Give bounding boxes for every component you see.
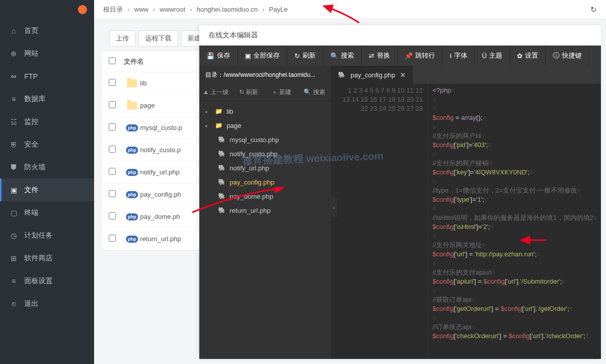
row-checkbox[interactable] <box>109 190 116 197</box>
editor-tb-7[interactable]: Ü主题 <box>475 46 510 66</box>
code-panel: ‹ 🐘 pay_config.php ✕ 1 2 3 4 5 6 7 8 9 1… <box>331 66 601 359</box>
tree-item[interactable]: 🐘notify_url.php <box>199 161 331 175</box>
sidebar-icon: ☳ <box>9 118 18 126</box>
sidebar-label: 防火墙 <box>24 163 46 172</box>
toolbar-icon: Ü <box>482 52 487 60</box>
sidebar-item-5[interactable]: ⛨安全 <box>0 133 94 156</box>
editor-tb-3[interactable]: 🔍搜索 <box>323 46 362 66</box>
toolbar-icon: ✿ <box>517 52 523 60</box>
tree-item[interactable]: 🐘mysql_custo.php <box>199 132 331 147</box>
refresh-icon[interactable]: ↻ <box>590 5 597 14</box>
sidebar-icon: ⌂ <box>9 27 18 35</box>
sidebar-item-12[interactable]: ⎋退出 <box>0 292 94 315</box>
tree-create-button[interactable]: ＋ 新建 <box>265 88 298 97</box>
toolbar-label: 替换 <box>377 51 390 60</box>
sidebar-icon: ⎋ <box>9 300 18 308</box>
file-name: pay_dome.ph <box>140 213 180 220</box>
tree-item[interactable]: 🐘pay_config.php <box>199 175 331 189</box>
tree-item[interactable]: ▸📁lib <box>199 104 331 118</box>
toolbar-icon: I <box>450 52 452 60</box>
editor-modal: 在线文本编辑器 💾保存▣全部保存↻刷新🔍搜索⇄替换📌跳转行I字体Ü主题✿设置ⓘ快… <box>199 25 601 359</box>
breadcrumb-item[interactable]: PayLe <box>269 6 288 13</box>
tree-item-name: mysql_custo.php <box>230 136 279 144</box>
breadcrumb-item[interactable]: www <box>134 6 148 13</box>
tree-item[interactable]: ▸📁page <box>199 118 331 132</box>
sidebar-item-2[interactable]: ⇔FTP <box>0 65 94 87</box>
php-icon: 🐘 <box>218 164 226 171</box>
sidebar-item-10[interactable]: ⊞软件商店 <box>0 247 94 269</box>
toolbar-icon: 💾 <box>206 52 214 60</box>
tab-filename: pay_config.php <box>351 71 395 79</box>
editor-tabbar: 🐘 pay_config.php ✕ <box>331 66 601 84</box>
php-icon: 🐘 <box>218 150 226 157</box>
editor-tb-0[interactable]: 💾保存 <box>199 46 238 66</box>
col-filename[interactable]: 文件名 <box>124 57 144 66</box>
collapse-tree-button[interactable]: ‹ <box>330 197 337 217</box>
row-checkbox[interactable] <box>109 123 116 130</box>
toolbar-icon: 🔍 <box>330 52 338 60</box>
tree-item-name: return_url.php <box>230 207 271 214</box>
toolbar-icon: ↻ <box>294 52 300 60</box>
file-name: notify_url.php <box>140 168 180 176</box>
editor-tb-8[interactable]: ✿设置 <box>510 46 546 66</box>
php-icon: php <box>126 124 139 131</box>
breadcrumb-item[interactable]: wwwroot <box>160 6 186 13</box>
editor-tab[interactable]: 🐘 pay_config.php ✕ <box>331 66 413 84</box>
close-icon[interactable]: ✕ <box>400 71 406 79</box>
sidebar-item-1[interactable]: ⊕网站 <box>0 42 94 65</box>
tree-refresh-button[interactable]: ↻ 刷新 <box>232 88 265 97</box>
sidebar-label: 数据库 <box>24 95 46 104</box>
tree-search-button[interactable]: 🔍 搜索 <box>298 88 331 97</box>
tree-ops: ▲ 上一级 ↻ 刷新 ＋ 新建 🔍 搜索 <box>199 84 331 101</box>
tree-item[interactable]: 🐘pay_dome.php <box>199 189 331 203</box>
code-editor[interactable]: 1 2 3 4 5 6 7 8 9 10 11 12 13 14 15 16 1… <box>331 84 601 359</box>
sidebar-item-0[interactable]: ⌂首页 <box>0 19 94 42</box>
tree-path: 目录：/www/wwwroot/honghei.taomidu... <box>199 66 331 84</box>
tree-item[interactable]: 🐘return_url.php <box>199 203 331 217</box>
tree-item-name: pay_config.php <box>230 178 274 186</box>
editor-tb-4[interactable]: ⇄替换 <box>362 46 398 66</box>
php-icon: php <box>126 191 139 198</box>
sidebar-item-9[interactable]: ◷计划任务 <box>0 224 94 247</box>
breadcrumb-bar: 根目录›www›wwwroot›honghei.taomiduo.cn›PayL… <box>94 0 606 19</box>
select-all-checkbox[interactable] <box>109 57 116 64</box>
row-checkbox[interactable] <box>109 101 116 108</box>
row-checkbox[interactable] <box>109 79 116 86</box>
row-checkbox[interactable] <box>109 235 116 242</box>
file-tree-panel: 目录：/www/wwwroot/honghei.taomidu... ▲ 上一级… <box>199 66 331 359</box>
toolbar-label: 保存 <box>217 51 230 60</box>
php-icon: 🐘 <box>218 178 226 186</box>
sidebar-icon: ⇔ <box>9 72 18 80</box>
toolbar-icon: ⇄ <box>369 52 374 60</box>
row-checkbox[interactable] <box>109 168 116 175</box>
file-name: lib <box>140 79 147 87</box>
breadcrumb-item[interactable]: honghei.taomiduo.cn <box>197 6 258 13</box>
tree-item-name: page <box>227 122 241 129</box>
upload-button[interactable]: 上传 <box>109 30 136 47</box>
remote-download-button[interactable]: 远程下载 <box>139 30 178 47</box>
sidebar-item-4[interactable]: ☳监控 <box>0 110 94 133</box>
editor-tb-1[interactable]: ▣全部保存 <box>238 46 287 66</box>
sidebar-item-3[interactable]: ≡数据库 <box>0 87 94 110</box>
editor-tb-9[interactable]: ⓘ快捷键 <box>546 46 589 66</box>
sidebar-item-11[interactable]: ≡面板设置 <box>0 269 94 292</box>
breadcrumb: 根目录›www›wwwroot›honghei.taomiduo.cn›PayL… <box>103 5 288 14</box>
row-checkbox[interactable] <box>109 146 116 153</box>
row-checkbox[interactable] <box>109 212 116 219</box>
sidebar-icon: ▣ <box>9 186 18 194</box>
code-lines[interactable]: <?php¤ ¤ ¤ $config·=·array();¤ ¤ //支付乐的商… <box>428 84 601 359</box>
editor-tb-5[interactable]: 📌跳转行 <box>398 46 443 66</box>
tree-up-button[interactable]: ▲ 上一级 <box>199 88 232 97</box>
tree-item-name: pay_dome.php <box>230 193 273 200</box>
editor-tb-6[interactable]: I字体 <box>443 46 475 66</box>
toolbar-label: 字体 <box>454 51 467 60</box>
sidebar-label: 网站 <box>24 49 38 58</box>
sidebar-item-7[interactable]: ▣文件 <box>0 178 94 201</box>
sidebar-label: 终端 <box>24 208 38 217</box>
sidebar-item-8[interactable]: ▢终端 <box>0 201 94 224</box>
sidebar-item-6[interactable]: ⛊防火墙 <box>0 156 94 178</box>
file-name: return_url.php <box>140 235 181 243</box>
breadcrumb-item[interactable]: 根目录 <box>103 5 123 14</box>
tree-item[interactable]: 🐘notify_custo.php <box>199 147 331 161</box>
editor-tb-2[interactable]: ↻刷新 <box>287 46 323 66</box>
